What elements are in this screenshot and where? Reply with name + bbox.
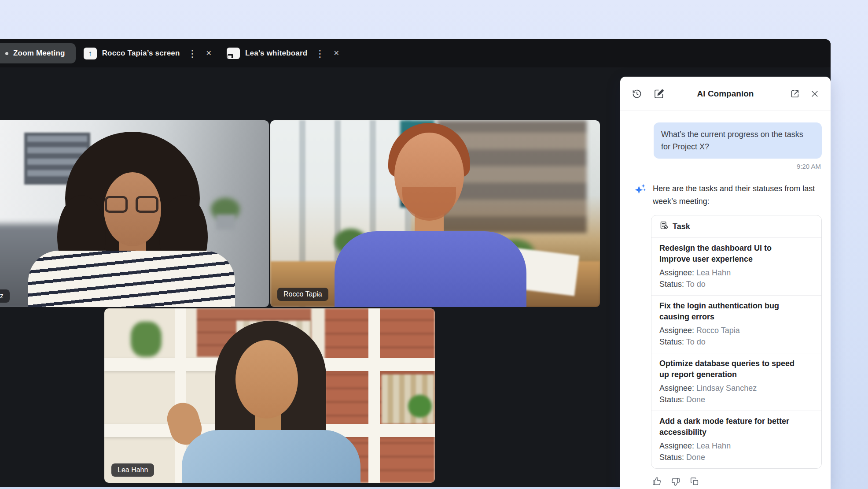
user-message-bubble: What’s the current progress on the tasks… — [654, 122, 822, 159]
task-row[interactable]: Add a dark mode feature for better acces… — [651, 411, 821, 468]
task-assignee: Assignee: Rocco Tapia — [659, 325, 813, 336]
task-row[interactable]: Redesign the dashboard UI to improve use… — [651, 238, 821, 296]
tab-bar: Zoom Meeting ↑ Rocco Tapia’s screen ⋮ ✕ … — [0, 39, 831, 67]
tab-menu-icon[interactable]: ⋮ — [188, 49, 197, 58]
task-title: Optimize database queries to speed up re… — [659, 358, 805, 380]
participant-name-tag: Lea Hahn — [111, 463, 154, 477]
close-panel-icon[interactable] — [810, 89, 819, 98]
tab-lea-whiteboard[interactable]: Lea’s whiteboard — [227, 43, 307, 63]
video-tile-rocco-tapia[interactable]: Rocco Tapia — [270, 120, 600, 307]
participant-name-tag: Rocco Tapia — [277, 288, 328, 301]
tab-close-icon[interactable]: ✕ — [333, 50, 339, 57]
tab-label: Rocco Tapia’s screen — [102, 49, 180, 58]
ai-companion-panel: AI Companion What’s the current progress… — [620, 77, 831, 489]
screen: Zoom Meeting ↑ Rocco Tapia’s screen ⋮ ✕ … — [0, 0, 868, 489]
task-title: Fix the login authentication bug causing… — [659, 300, 805, 322]
video-tile-lea-hahn[interactable]: Lea Hahn — [104, 308, 435, 483]
glasses — [105, 196, 128, 213]
thumbs-down-icon[interactable] — [671, 477, 680, 486]
tab-label: Lea’s whiteboard — [245, 49, 307, 58]
whiteboard-icon — [227, 48, 240, 59]
background-plant — [408, 395, 432, 418]
task-card-header: Task — [651, 215, 821, 238]
task-assignee: Assignee: Lea Hahn — [659, 440, 813, 452]
tab-close-icon[interactable]: ✕ — [206, 50, 212, 57]
participant-name-tag: Lindsay Sanchez — [0, 289, 10, 303]
message-timestamp: 9:20 AM — [620, 163, 821, 170]
task-status: Status: Done — [659, 394, 813, 405]
user-message-text: What’s the current progress on the tasks… — [661, 128, 814, 153]
task-list-icon — [659, 221, 669, 232]
task-row[interactable]: Fix the login authentication bug causing… — [651, 296, 821, 353]
task-card-title: Task — [673, 222, 690, 231]
up-arrow-icon: ↑ — [88, 50, 92, 57]
copy-icon[interactable] — [690, 477, 699, 486]
ai-sparkle-icon — [633, 183, 647, 198]
task-title: Add a dark mode feature for better acces… — [659, 416, 805, 438]
panel-header: AI Companion — [620, 77, 831, 111]
share-screen-icon: ↑ — [84, 48, 97, 59]
task-status: Status: Done — [659, 452, 813, 463]
response-actions — [652, 477, 822, 486]
ai-intro-text: Here are the tasks and their statuses fr… — [653, 182, 818, 208]
task-assignee: Assignee: Lindsay Sanchez — [659, 382, 813, 394]
new-chat-icon[interactable] — [654, 89, 664, 99]
task-status: Status: To do — [659, 336, 813, 348]
task-row[interactable]: Optimize database queries to speed up re… — [651, 353, 821, 411]
pop-out-icon[interactable] — [790, 89, 800, 99]
task-title: Redesign the dashboard UI to improve use… — [659, 243, 805, 265]
tab-rocco-screen[interactable]: ↑ Rocco Tapia’s screen — [84, 43, 180, 63]
thumbs-up-icon[interactable] — [652, 477, 662, 486]
history-icon[interactable] — [632, 89, 642, 99]
tab-status-dot-icon — [5, 52, 8, 55]
tab-zoom-meeting[interactable]: Zoom Meeting — [0, 43, 76, 63]
task-status: Status: To do — [659, 278, 813, 290]
tab-label: Zoom Meeting — [13, 49, 65, 58]
background-pot — [216, 215, 235, 230]
ai-response: Here are the tasks and their statuses fr… — [633, 182, 822, 208]
task-card: Task Redesign the dashboard UI to improv… — [651, 215, 822, 469]
task-assignee: Assignee: Lea Hahn — [659, 267, 813, 278]
tab-menu-icon[interactable]: ⋮ — [315, 49, 324, 58]
video-tile-lindsay-sanchez[interactable]: Lindsay Sanchez — [0, 120, 269, 307]
